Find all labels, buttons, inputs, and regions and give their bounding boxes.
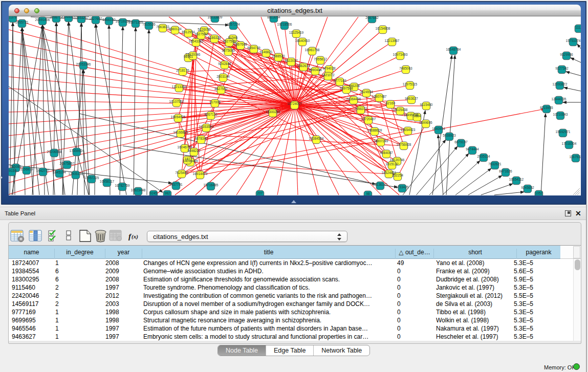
svg-text:9884: 9884	[413, 114, 421, 118]
svg-text:9463627: 9463627	[405, 97, 418, 100]
svg-text:1112: 1112	[575, 26, 581, 29]
svg-text:19166825: 19166825	[173, 130, 188, 134]
svg-text:10107552: 10107552	[169, 100, 184, 103]
svg-text:9115460: 9115460	[420, 103, 433, 106]
svg-text:2055721: 2055721	[15, 20, 29, 24]
svg-text:91546: 91546	[228, 36, 237, 39]
svg-text:8813054: 8813054	[267, 16, 280, 19]
svg-text:7515526: 7515526	[142, 23, 156, 26]
svg-text:19756928: 19756928	[397, 143, 411, 146]
svg-text:18807249: 18807249	[374, 139, 388, 143]
svg-text:9699695: 9699695	[419, 121, 432, 124]
svg-text:12093872: 12093872	[553, 82, 568, 86]
svg-text:7485063: 7485063	[399, 67, 412, 70]
svg-text:1052: 1052	[535, 191, 543, 195]
svg-text:15692971: 15692971	[556, 130, 571, 134]
svg-text:7357224: 7357224	[227, 23, 240, 26]
svg-text:9084067: 9084067	[380, 151, 393, 155]
svg-text:20691406: 20691406	[35, 18, 50, 21]
svg-text:15300293: 15300293	[266, 110, 280, 114]
svg-text:3875685: 3875685	[222, 49, 235, 52]
svg-text:16961758: 16961758	[305, 48, 320, 52]
svg-text:2935114: 2935114	[477, 155, 490, 158]
svg-text:8660124: 8660124	[168, 27, 182, 31]
svg-text:7955812: 7955812	[314, 57, 327, 61]
svg-text:1640954: 1640954	[432, 127, 445, 130]
svg-text:16782759: 16782759	[115, 184, 130, 187]
svg-text:7632621: 7632621	[488, 162, 502, 166]
svg-text:1156819: 1156819	[20, 167, 33, 171]
svg-text:1167533: 1167533	[570, 155, 581, 159]
svg-text:10210643: 10210643	[553, 113, 568, 116]
svg-text:10654112: 10654112	[509, 178, 524, 181]
svg-text:2867608: 2867608	[234, 42, 247, 46]
svg-text:12213369: 12213369	[172, 85, 187, 89]
svg-text:9329966: 9329966	[560, 53, 573, 56]
svg-text:1362615: 1362615	[297, 64, 310, 68]
svg-text:6897508: 6897508	[340, 86, 353, 90]
svg-text:9327503: 9327503	[194, 32, 208, 36]
svg-text:8215955: 8215955	[540, 106, 553, 110]
svg-text:15716485: 15716485	[204, 183, 219, 187]
svg-text:16648784: 16648784	[446, 48, 461, 51]
svg-text:5938923: 5938923	[443, 134, 456, 137]
svg-text:15720407: 15720407	[361, 117, 376, 121]
svg-text:1733426: 1733426	[396, 185, 409, 189]
svg-text:1588520: 1588520	[272, 54, 285, 58]
svg-text:9457791: 9457791	[169, 183, 183, 186]
svg-text:8912954: 8912954	[182, 30, 195, 34]
svg-text:9794028: 9794028	[322, 67, 336, 70]
svg-text:19218506: 19218506	[277, 23, 292, 26]
svg-text:8471626: 8471626	[499, 169, 512, 173]
svg-text:917006: 917006	[209, 100, 221, 104]
svg-text:10671355: 10671355	[128, 20, 143, 24]
svg-text:252254: 252254	[392, 173, 403, 177]
svg-text:16046755: 16046755	[178, 145, 192, 149]
svg-text:22420046: 22420046	[186, 53, 201, 56]
svg-text:9146821: 9146821	[259, 50, 273, 54]
svg-text:16154808: 16154808	[376, 27, 390, 30]
svg-text:20053346: 20053346	[76, 62, 91, 66]
svg-text:98: 98	[366, 192, 370, 195]
svg-text:10923448: 10923448	[131, 188, 146, 192]
svg-text:9245: 9245	[150, 191, 158, 195]
svg-text:1645194: 1645194	[53, 170, 66, 174]
svg-text:2942737: 2942737	[36, 169, 50, 172]
svg-text:6466160: 6466160	[102, 18, 116, 21]
svg-text:12444135: 12444135	[552, 97, 567, 101]
svg-text:2803144: 2803144	[216, 75, 230, 78]
svg-text:16543382: 16543382	[189, 39, 204, 43]
svg-text:10688609: 10688609	[367, 128, 382, 132]
svg-text:3624554: 3624554	[360, 90, 373, 94]
svg-text:16914479: 16914479	[193, 172, 208, 176]
svg-text:17359924: 17359924	[70, 149, 84, 152]
svg-text:20975867: 20975867	[60, 162, 75, 165]
svg-text:16033809: 16033809	[208, 16, 223, 19]
svg-text:20206568: 20206568	[47, 150, 62, 154]
svg-text:(x): (x)	[132, 233, 138, 240]
svg-text:8454749: 8454749	[247, 46, 260, 50]
svg-text:39159: 39159	[9, 169, 16, 172]
svg-text:15751074: 15751074	[566, 39, 581, 42]
svg-text:7956372: 7956372	[354, 107, 367, 111]
svg-text:8878342: 8878342	[194, 137, 208, 140]
svg-text:11353594: 11353594	[199, 125, 214, 128]
svg-text:15136141: 15136141	[373, 183, 388, 186]
svg-text:17016504: 17016504	[562, 142, 577, 145]
svg-text:7625402: 7625402	[175, 171, 188, 174]
svg-text:9777169: 9777169	[333, 79, 346, 82]
svg-text:1421072: 1421072	[321, 73, 335, 77]
svg-text:5226058: 5226058	[198, 28, 211, 31]
svg-text:9242845: 9242845	[218, 62, 231, 65]
svg-text:12905135: 12905135	[69, 172, 83, 176]
svg-text:8427552: 8427552	[214, 87, 228, 91]
svg-text:19384554: 19384554	[309, 137, 324, 140]
svg-text:10958117: 10958117	[100, 180, 115, 183]
svg-text:8267110: 8267110	[205, 113, 217, 116]
svg-text:8322037: 8322037	[285, 59, 298, 62]
svg-text:19654923: 19654923	[401, 128, 416, 132]
svg-text:187: 187	[185, 157, 190, 161]
svg-text:12213967: 12213967	[385, 39, 400, 42]
svg-text:16640910: 16640910	[295, 39, 310, 42]
svg-text:19654925: 19654925	[171, 115, 186, 119]
